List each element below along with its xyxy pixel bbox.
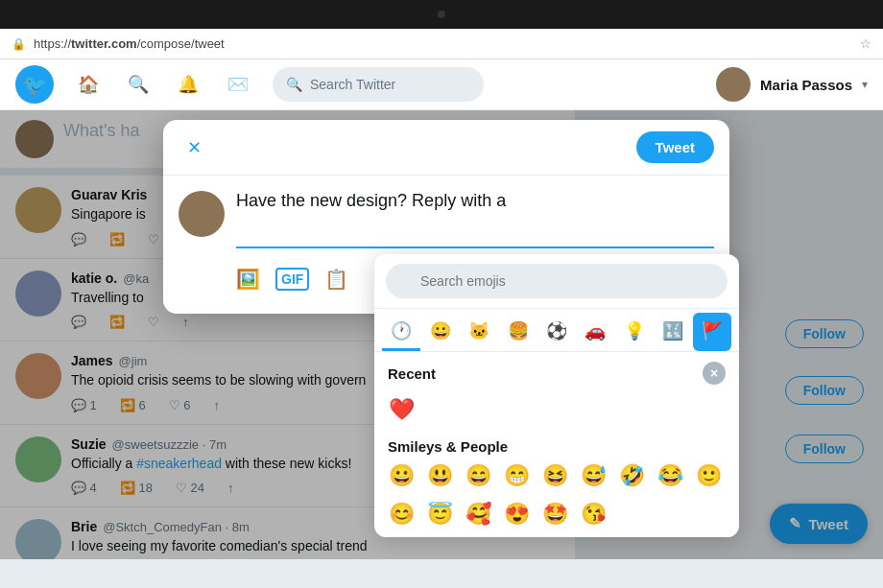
image-icon[interactable]: 🖼️ xyxy=(236,268,260,291)
twitter-app: 🐦 🏠 🔍 🔔 ✉️ 🔍 Search Twitter Maria Passos… xyxy=(0,59,883,559)
emoji-item[interactable]: 😍 xyxy=(497,495,536,533)
twitter-logo[interactable]: 🐦 xyxy=(15,65,54,104)
emoji-item[interactable]: 😀 xyxy=(382,457,420,495)
close-button[interactable]: ✕ xyxy=(179,132,209,163)
poll-icon[interactable]: 📋 xyxy=(324,268,348,291)
gif-icon[interactable]: GIF xyxy=(275,268,309,291)
emoji-tab-flags[interactable]: 🚩 xyxy=(693,313,731,351)
emoji-item[interactable]: 🤩 xyxy=(536,495,574,533)
header-right: Maria Passos ▾ xyxy=(716,67,868,102)
emoji-recent-label: Recent xyxy=(388,365,436,382)
emoji-tab-smileys[interactable]: 😀 xyxy=(420,313,459,351)
emoji-clear-button[interactable]: × xyxy=(703,362,726,385)
emoji-tab-animals[interactable]: 🐱 xyxy=(460,313,498,351)
search-icon[interactable]: 🔍 xyxy=(123,69,154,100)
compose-modal-header: ✕ Tweet xyxy=(163,120,729,176)
emoji-item[interactable]: 😂 xyxy=(651,457,689,495)
emoji-tab-objects[interactable]: 💡 xyxy=(615,313,654,351)
emoji-item[interactable]: 😃 xyxy=(420,457,459,495)
lock-icon: 🔒 xyxy=(12,37,26,51)
compose-text[interactable]: Have the new design? Reply with a xyxy=(236,191,714,248)
bookmark-icon[interactable]: ☆ xyxy=(860,36,871,51)
emoji-item[interactable]: 🙂 xyxy=(689,457,728,495)
emoji-tab-recent[interactable]: 🕐 xyxy=(382,313,420,351)
twitter-header: 🐦 🏠 🔍 🔔 ✉️ 🔍 Search Twitter Maria Passos… xyxy=(0,59,883,110)
emoji-tab-travel[interactable]: 🚗 xyxy=(576,313,614,351)
compose-modal: ✕ Tweet Have the new design? Reply with … xyxy=(163,120,729,314)
camera-bar xyxy=(0,0,883,29)
emoji-item[interactable]: 😆 xyxy=(536,457,574,495)
emoji-item[interactable]: 😄 xyxy=(459,457,497,495)
emoji-tab-activities[interactable]: ⚽ xyxy=(537,313,576,351)
emoji-picker: 🔍 🕐 😀 🐱 🍔 ⚽ 🚗 💡 🔣 🚩 Recent xyxy=(374,254,739,537)
emoji-item[interactable]: 😇 xyxy=(420,495,459,533)
emoji-smileys-grid: 😀 😃 😄 😁 😆 😅 🤣 😂 🙂 😊 😇 🥰 😍 🤩 😘 xyxy=(374,457,739,537)
header-search-bar[interactable]: 🔍 Search Twitter xyxy=(273,67,484,102)
emoji-smileys-label: Smileys & People xyxy=(374,433,739,457)
messages-icon[interactable]: ✉️ xyxy=(223,69,253,100)
search-bar-placeholder: Search Twitter xyxy=(310,77,395,92)
emoji-item[interactable]: 😊 xyxy=(382,495,420,533)
emoji-search-bar: 🔍 xyxy=(374,254,739,309)
emoji-item[interactable]: 🥰 xyxy=(459,495,497,533)
emoji-item[interactable]: 😘 xyxy=(574,495,612,533)
emoji-item[interactable]: 🤣 xyxy=(612,457,651,495)
emoji-tabs: 🕐 😀 🐱 🍔 ⚽ 🚗 💡 🔣 🚩 xyxy=(374,309,739,352)
emoji-item[interactable]: 😁 xyxy=(497,457,536,495)
emoji-tab-symbols[interactable]: 🔣 xyxy=(654,313,692,351)
compose-avatar xyxy=(179,191,225,237)
address-bar: 🔒 https://twitter.com/compose/tweet ☆ xyxy=(0,29,883,59)
chevron-down-icon[interactable]: ▾ xyxy=(862,78,868,91)
user-name: Maria Passos xyxy=(760,77,852,93)
main-content: What's ha Guarav Kris Singapore is 💬 🔁 ♡… xyxy=(0,110,883,559)
notifications-icon[interactable]: 🔔 xyxy=(173,69,203,100)
search-bar-icon: 🔍 xyxy=(286,77,302,92)
emoji-search-wrapper: 🔍 xyxy=(386,264,728,298)
emoji-search-input[interactable] xyxy=(386,264,728,298)
home-icon[interactable]: 🏠 xyxy=(73,69,104,100)
emoji-section-recent-header: Recent × xyxy=(374,352,739,390)
emoji-item[interactable]: ❤️ xyxy=(382,390,420,429)
emoji-item[interactable]: 😅 xyxy=(574,457,612,495)
emoji-tab-food[interactable]: 🍔 xyxy=(498,313,537,351)
emoji-recent-grid: ❤️ xyxy=(374,390,739,433)
user-avatar[interactable] xyxy=(716,67,751,102)
camera-dot xyxy=(438,11,445,18)
url-text: https://twitter.com/compose/tweet xyxy=(34,36,225,51)
tweet-submit-button[interactable]: Tweet xyxy=(636,131,714,163)
